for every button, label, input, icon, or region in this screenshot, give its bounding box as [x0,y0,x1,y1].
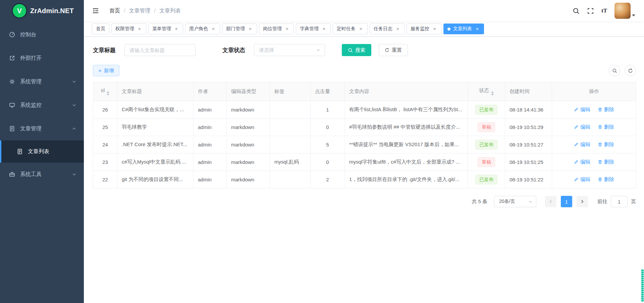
column-header-status[interactable]: 状态 [468,82,505,101]
table-row[interactable]: 24 .NET Core 发布时提示.NET... admin markdown… [93,136,636,154]
close-icon[interactable]: × [174,26,179,32]
active-dot-icon [447,28,450,31]
page-size-select[interactable]: 20条/页 [494,196,536,207]
cell-created: 08-19 10:51:22 [505,171,552,188]
sort-caret-icon[interactable] [107,91,109,96]
font-size-icon[interactable]: tT [601,7,607,14]
column-header-id[interactable]: id [93,82,117,101]
cell-actions: 编辑 删除 [552,154,636,171]
scrollbar-track[interactable] [641,0,644,303]
cell-actions: 编辑 删除 [552,136,636,154]
prev-page-button[interactable] [545,196,556,207]
cell-id: 25 [93,119,117,136]
tab-user-role[interactable]: 用户角色× [185,24,220,34]
edit-button[interactable]: 编辑 [574,124,590,130]
tab-home[interactable]: 首页 [92,24,109,34]
close-icon[interactable]: × [211,26,216,32]
tab-scheduled-task[interactable]: 定时任务× [333,24,368,34]
sidebar-item-label: 文章管理 [20,125,42,132]
table-row[interactable]: 26 C#两个list集合实现关联，... admin markdown 1 有… [93,101,636,119]
sidebar-subitem-label: 文章列表 [28,148,49,155]
sidebar-item-system-management[interactable]: 系统管理 [0,70,84,93]
cell-content: #羽毛球拍参数说明 ## 中管软硬选择以及长度介... [345,119,468,136]
cell-created: 08-19 10:51:25 [505,154,552,171]
tab-department[interactable]: 部门管理× [222,24,257,34]
tab-post[interactable]: 岗位管理× [259,24,294,34]
close-icon[interactable]: × [358,26,364,32]
breadcrumb-item-home[interactable]: 首页 [109,7,120,14]
user-avatar[interactable] [614,3,631,19]
reset-button[interactable]: 重置 [379,44,408,56]
sidebar-collapse-icon[interactable] [92,7,99,14]
cell-title: git 为不同的项目设置不同... [117,171,194,188]
chevron-down-icon [316,48,321,52]
delete-button[interactable]: 删除 [598,124,614,130]
status-badge: 已发布 [475,140,497,149]
close-icon[interactable]: × [475,26,480,32]
search-icon[interactable] [573,7,580,14]
next-page-button[interactable] [577,196,588,207]
sidebar-item-system-tools[interactable]: 系统工具 [0,163,84,186]
cell-clicks: 0 [311,119,345,136]
refresh-button[interactable] [625,65,636,76]
edit-button[interactable]: 编辑 [574,106,590,113]
topbar-actions: tT [573,3,635,19]
cell-tags [270,136,311,154]
sidebar-item-system-monitor[interactable]: 系统监控 [0,93,84,117]
search-button[interactable]: 搜索 [342,44,371,56]
delete-button[interactable]: 删除 [598,141,614,148]
edit-button[interactable]: 编辑 [574,141,590,148]
sidebar-item-dashboard[interactable]: 控制台 [0,23,84,46]
article-status-select[interactable]: 请选择 [254,44,325,56]
cell-author: admin [194,101,227,119]
edit-button[interactable]: 编辑 [574,159,590,165]
tab-permission[interactable]: 权限管理× [111,24,146,34]
delete-button[interactable]: 删除 [598,159,614,165]
tab-service-monitor[interactable]: 服务监控× [407,24,441,34]
tab-article-list[interactable]: 文章列表× [443,24,484,34]
cell-editor: markdown [227,154,270,171]
toggle-search-button[interactable] [609,65,620,76]
close-icon[interactable]: × [284,26,290,32]
tab-menu-management[interactable]: 菜单管理× [148,24,183,34]
table-row[interactable]: 25 羽毛球教学 admin markdown 0 #羽毛球拍参数说明 ## 中… [93,119,636,136]
sort-caret-icon[interactable] [491,91,494,96]
sidebar-item-article-management[interactable]: 文章管理 [0,117,84,140]
article-table: id 文章标题 作者 编辑器类型 标签 点击量 文章内容 状态 创建时间 操作 … [93,82,636,188]
cell-actions: 编辑 删除 [552,119,636,136]
cell-clicks: 1 [311,101,345,119]
table-row[interactable]: 22 git 为不同的项目设置不同... admin markdown 2 1，… [93,171,636,188]
tab-dictionary[interactable]: 字典管理× [296,24,331,34]
article-title-input[interactable] [124,44,196,56]
close-icon[interactable]: × [321,26,327,32]
pagination: 共 5 条 20条/页 1 前往 页 [93,196,636,207]
sidebar-subitem-article-list[interactable]: 文章列表 [0,140,84,163]
tab-task-log[interactable]: 任务日志× [370,24,405,34]
goto-label: 前往 [597,199,607,205]
column-header-clicks: 点击量 [311,82,345,101]
tab-label: 部门管理 [226,26,245,32]
cell-clicks: 5 [311,136,345,154]
sidebar-item-external-open[interactable]: 外部打开 [0,46,84,70]
breadcrumb-item-article-list[interactable]: 文章列表 [159,7,181,14]
breadcrumb-item-article-management[interactable]: 文章管理 [129,7,150,14]
delete-button[interactable]: 删除 [598,176,614,183]
cell-editor: markdown [227,119,270,136]
goto-page-input[interactable] [611,196,628,207]
page-size-value: 20条/页 [499,199,515,205]
scrollbar-thumb[interactable] [641,269,644,302]
edit-button[interactable]: 编辑 [574,176,590,183]
avatar-dropdown-caret[interactable] [632,14,635,18]
page-number-button[interactable]: 1 [561,196,572,207]
add-button[interactable]: + 新增 [93,65,119,76]
table-row[interactable]: 23 c#写入Mysql中文显示乱码 ... admin markdown my… [93,154,636,171]
close-icon[interactable]: × [248,26,253,32]
delete-button[interactable]: 删除 [598,106,614,113]
close-icon[interactable]: × [137,26,142,32]
cell-content: mysql字符集utf8，c#写入中文后，全部显示成? ... [345,154,468,171]
cell-author: admin [194,154,227,171]
close-icon[interactable]: × [395,26,400,32]
fullscreen-icon[interactable] [587,7,594,14]
close-icon[interactable]: × [432,26,437,32]
article-status-label: 文章状态 [222,46,245,54]
